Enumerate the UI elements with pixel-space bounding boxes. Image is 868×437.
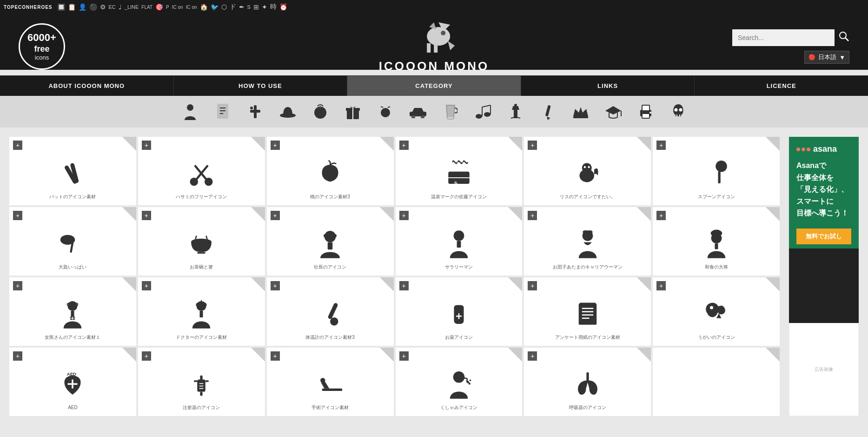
icon-card-chef[interactable]: + 和食の大将 [653, 207, 780, 276]
icon-card-salaryman[interactable]: + サラリーマン [396, 207, 523, 276]
cat-lighthouse[interactable] [506, 102, 525, 121]
icon-card-hotspring[interactable]: + ♨ 温泉マークの佐藤アイコン [396, 137, 523, 205]
icon-card-bat[interactable]: + バットのアイコン素材 [9, 137, 136, 205]
topbar-icon-10[interactable]: 🎯 [155, 3, 163, 11]
add-icon-bat[interactable]: + [13, 141, 22, 150]
add-icon-syringe[interactable]: + [142, 351, 151, 361]
topbar-icon-15[interactable]: 🐦 [211, 3, 219, 11]
add-icon-scissors[interactable]: + [142, 141, 151, 150]
cat-animal[interactable] [376, 102, 395, 121]
topbar-icon-11[interactable]: P [166, 5, 169, 10]
icon-card-thermometer[interactable]: + 体温計のアイコン素材3 [267, 277, 394, 346]
topbar-icon-7[interactable]: ♩ [119, 3, 122, 11]
icon-card-gargle[interactable]: + うがいのアイコン [653, 277, 780, 346]
topbar-icon-23[interactable]: ⏰ [279, 3, 287, 11]
cat-drink[interactable] [441, 102, 460, 121]
topbar-icon-12[interactable]: IC on [172, 5, 183, 10]
add-icon-salaryman[interactable]: + [399, 211, 409, 220]
nav-how-to-use[interactable]: HOW TO USE [174, 76, 348, 96]
add-icon-ladle[interactable]: + [13, 211, 22, 220]
topbar-icon-20[interactable]: ⊞ [253, 3, 259, 11]
icon-card-syringe[interactable]: + 注射器のアイコン [138, 348, 265, 416]
cat-printer[interactable] [636, 102, 655, 121]
icon-card-lungs[interactable]: + 呼吸器のアイコン [524, 348, 651, 416]
cat-medical[interactable] [246, 102, 265, 121]
cat-car[interactable] [409, 102, 427, 121]
topbar-icon-5[interactable]: ⚙ [100, 3, 106, 11]
icon-card-spoon[interactable]: + スプーンアイコン [653, 137, 780, 205]
nav-about[interactable]: ABOUT ICOOON MONO [0, 76, 174, 96]
cat-person[interactable] [181, 102, 199, 121]
add-icon-doctor[interactable]: + [142, 281, 151, 290]
add-icon-spoon[interactable]: + [656, 141, 666, 150]
add-icon-survey[interactable]: + [528, 281, 537, 290]
add-icon-hotspring[interactable]: + [399, 141, 409, 150]
add-icon-aed[interactable]: + [13, 351, 22, 361]
topbar-icon-17[interactable]: ド [230, 3, 236, 11]
icon-card-empty[interactable] [653, 348, 780, 416]
card-corner [766, 207, 780, 221]
add-icon-career-woman[interactable]: + [528, 211, 537, 220]
topbar-icon-22[interactable]: 時 [270, 3, 277, 11]
nav-licence[interactable]: LICENCE [695, 76, 868, 96]
icon-card-female-doctor[interactable]: + 女医さんのアイコン素材１ [9, 277, 136, 346]
cat-food[interactable] [311, 102, 330, 121]
topbar-icon-16[interactable]: ⬡ [221, 3, 227, 11]
topbar-icon-19[interactable]: S [247, 4, 251, 10]
cat-hat[interactable] [278, 102, 297, 121]
topbar-icon-2[interactable]: 📋 [68, 3, 76, 11]
icon-card-medicine[interactable]: + お薬アイコン [396, 277, 523, 346]
icon-card-scissors[interactable]: + ハサミのフリーアイコン [138, 137, 265, 205]
icon-card-peach[interactable]: + 桃のアイコン素材3 [267, 137, 394, 205]
search-input[interactable] [732, 29, 835, 46]
icon-card-boss[interactable]: + 社長のアイコン [267, 207, 394, 276]
topbar-icon-8[interactable]: _LINE [125, 4, 139, 10]
topbar-icon-13[interactable]: IC on [186, 5, 197, 10]
icon-card-career-woman[interactable]: + お団子あたまのキャリアウーマン [524, 207, 651, 276]
search-button[interactable] [838, 31, 849, 45]
icon-card-bowl[interactable]: + お茶碗と箸 [138, 207, 265, 276]
topbar-icon-6[interactable]: EC [109, 4, 116, 10]
topbar-icon-1[interactable]: 🔲 [57, 3, 65, 11]
cat-document[interactable] [213, 102, 232, 121]
icon-card-sneeze[interactable]: + くしゃみアイコン [396, 348, 523, 416]
topbar-icon-21[interactable]: ✦ [262, 3, 267, 11]
svg-point-110 [706, 303, 719, 316]
icon-card-survey[interactable]: + アンケート用紙のアイコン素材 [524, 277, 651, 346]
cat-skull[interactable] [669, 102, 688, 121]
topbar-icon-3[interactable]: 👤 [79, 3, 86, 11]
add-icon-thermometer[interactable]: + [271, 281, 280, 290]
topbar-icon-18[interactable]: ✒ [239, 3, 245, 11]
add-icon-squirrel[interactable]: + [528, 141, 537, 150]
cat-graduation[interactable] [604, 102, 623, 121]
add-icon-female-doctor[interactable]: + [13, 281, 22, 290]
icon-card-doctor[interactable]: + ドクターのアイコン素材 [138, 277, 265, 346]
cat-pencil[interactable] [539, 102, 557, 121]
add-icon-sneeze[interactable]: + [399, 351, 409, 361]
site-title[interactable]: ICOOON MONO [379, 59, 490, 74]
cat-crown[interactable] [571, 102, 590, 121]
icon-card-squirrel[interactable]: + リスのアイコンですたい。 [524, 137, 651, 205]
ad-cta-button[interactable]: 無料でお試し [796, 229, 851, 244]
icon-scissors [185, 157, 218, 190]
add-icon-surgery[interactable]: + [271, 351, 280, 361]
icon-card-surgery[interactable]: + 手術アイコン素材 [267, 348, 394, 416]
icon-card-aed[interactable]: + AED AED [9, 348, 136, 416]
add-icon-chef[interactable]: + [656, 211, 666, 220]
topbar-icon-9[interactable]: FLAT [141, 5, 152, 10]
add-icon-lungs[interactable]: + [528, 351, 537, 361]
topbar-icon-14[interactable]: 🏠 [200, 3, 208, 11]
topbar-icon-4[interactable]: ⚫ [89, 3, 97, 11]
add-icon-boss[interactable]: + [271, 211, 280, 220]
nav-links[interactable]: LINKS [521, 76, 695, 96]
language-selector[interactable]: 🔴 日本語 ▼ [804, 51, 849, 64]
cat-music[interactable] [474, 102, 492, 121]
cat-gift[interactable] [344, 102, 362, 121]
add-icon-medicine[interactable]: + [399, 281, 409, 290]
icon-card-ladle[interactable]: + 大匙いっぱい [9, 207, 136, 276]
add-icon-gargle[interactable]: + [656, 281, 666, 290]
nav-category[interactable]: CATEGORY [347, 76, 521, 96]
add-icon-peach[interactable]: + [271, 141, 280, 150]
brand-label[interactable]: TOPECONHEROES [4, 5, 53, 10]
add-icon-bowl[interactable]: + [142, 211, 151, 220]
